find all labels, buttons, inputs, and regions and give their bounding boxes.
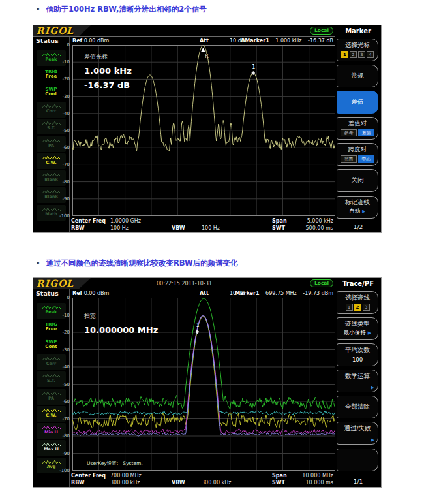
softkey-label: 迹线类型 [337,320,378,328]
rbw-value: 100 Hz [110,225,129,231]
y-axis-label: -30 [63,347,70,353]
att-label: Att [200,291,209,296]
menu-page-indicator: 1/1 [335,479,381,485]
softkey-chip: 3 [358,51,365,58]
spectrum-analyzer-screenshot-1: RIGOL Local Ref 0.00 dBm Att 10 dB ΔMark… [33,25,382,233]
marker-label: R [205,54,209,59]
marker-readout-freq: 699.75 MHz [265,291,297,296]
rbw-value: 300.00 kHz [110,480,140,486]
measurement-info-row: Ref 0.00 dBm Att 10 dB ΔMarker1 1.000 kH… [71,38,334,45]
y-axis-label: -20 [63,330,70,335]
softkey-chip: 差值 [358,129,374,136]
userkey-hint: UserKey设置: System, [87,460,143,467]
softkey-select-trace[interactable]: 选择迹线123 [337,291,378,314]
menu-page-indicator: 1/2 [335,224,381,230]
softkey-label: 全部清除 [337,396,378,417]
marker-readout-label: ΔMarker1 [241,38,269,44]
softkey-chip-row: 1234 [337,46,378,59]
y-axis-label: -70 [63,417,70,422]
swt-label: SWT [272,480,285,486]
span-annotation: 扫宽 10.000000 MHz [84,312,158,339]
ref-label: Ref [72,291,82,296]
marker-label: 1 [196,323,199,328]
swt-value: 10.000 ms [306,480,334,486]
logo-bar: RIGOL 00:22:15 2011-10-31 Local [33,278,335,289]
softkey-avg-count[interactable]: 平均次数100 [337,343,378,366]
center-freq-value: 1.0000 GHz [110,218,141,224]
bullet-item-2: •通过不同颜色的迹线清晰观察比较改变RBW后的频谱变化 [36,259,238,268]
vbw-value: 300.00 kHz [202,480,231,486]
y-axis-label: -20 [63,76,70,82]
status-title: Status [36,290,59,297]
softkey-label: 关闭 [337,170,378,191]
span-value: 5.000 kHz [307,218,333,224]
softkey-chip-row: 参考差值 [337,125,378,137]
softkey-clear-all[interactable]: 全部清除 [337,396,378,418]
marker-readout-freq: 1.000 kHz [275,38,301,44]
span-value: 10.000 MHz [302,473,333,479]
softkey-sub-value: 最小保持▶ [337,329,378,337]
spectrum-display: R1 差值光标 1.000 kHz -16.37 dB [72,45,335,216]
softkey-span-pair[interactable]: 跨度对范围中心 [337,143,378,166]
measurement-info-row: Ref 0.00 dBm Att 10 dB Marker1 699.75 MH… [71,291,334,298]
y-axis-label: 0 [67,42,70,48]
y-axis-labels: 0-10-20-30-40-50-60-70-80-90-100 [54,298,71,471]
analyzer-main-area: RIGOL 00:22:15 2011-10-31 Local Ref 0.00… [33,278,335,487]
y-axis-label: 0 [67,295,70,300]
bullet-dot: • [36,260,40,267]
marker-readout-label: Marker1 [235,291,259,296]
spectrum-analyzer-screenshot-2: RIGOL 00:22:15 2011-10-31 Local Ref 0.00… [33,277,382,488]
y-axis-label: -80 [63,433,70,439]
ref-label: Ref [72,38,82,44]
vbw-label: VBW [172,225,185,231]
softkey-trace-type[interactable]: 迹线类型最小保持▶ [337,317,378,340]
y-axis-label: -60 [63,145,70,150]
submenu-arrow-icon: ▶ [371,385,374,390]
softkey-math[interactable]: 数学运算▶ [337,370,378,392]
y-axis-label: -70 [63,162,70,167]
softkey-menu: Trace/PF 选择迹线123迹线类型最小保持▶平均次数100数学运算▶全部清… [335,278,381,487]
softkey-normal[interactable]: 常规 [337,65,378,87]
softkey-close[interactable]: 关闭 [337,169,378,192]
y-axis-label: -90 [63,197,70,202]
annotation-freq: 10.000000 MHz [84,325,158,335]
softkey-chip: 中心 [358,155,374,163]
bullet-dot: • [36,6,40,13]
sweep-settings-bar: Center Freq 700.00 MHz Span 10.000 MHz R… [33,472,335,487]
softkey-select-marker[interactable]: 选择光标1234 [337,39,378,61]
annotation-amp: -16.37 dB [84,80,132,90]
submenu-arrow-icon: ▶ [362,209,365,214]
swt-value: 500.00 ms [306,225,334,231]
softkey-delta[interactable]: 差值 [337,91,378,114]
sweep-settings-bar: Center Freq 1.0000 GHz Span 5.000 kHz RB… [33,217,335,232]
logo-bar: RIGOL Local [33,25,335,37]
y-axis-label: -90 [63,451,70,456]
softkey-chip: 参考 [341,129,357,136]
softkey-mark-trace[interactable]: 标记迹线自动▶ [337,196,378,219]
center-freq-value: 700.00 MHz [110,473,142,479]
local-badge: Local [310,27,333,35]
annotation-title: 扫宽 [84,312,158,321]
reference-marker-icon [201,48,205,52]
spectrum-display: 1 扫宽 10.000000 MHz UserKey设置: System, [72,298,335,471]
y-axis-label: -40 [63,364,70,370]
y-axis-label: -10 [63,313,70,318]
caption-text-1: 借助于100Hz RBW,清晰分辨出相邻的2个信号 [46,5,206,14]
softkey-pass-fail[interactable]: 通过/失败▶ [337,422,378,445]
softkey-delta-pair[interactable]: 差值对参考差值 [337,117,378,140]
y-axis-label: -50 [63,382,70,387]
y-axis-labels: 0-10-20-30-40-50-60-70-80-90-100 [54,45,71,216]
status-title: Status [36,37,59,44]
softkey-blank[interactable] [337,449,378,471]
softkey-chip-row: 范围中心 [337,151,378,163]
softkey-chip: 2 [350,51,357,58]
annotation-freq: 1.000 kHz [84,66,132,76]
ref-value: 0.00 dBm [84,38,110,44]
softkey-chip: 4 [367,51,374,58]
vbw-value: 100 Hz [202,225,220,231]
analyzer-main-area: RIGOL Local Ref 0.00 dBm Att 10 dB ΔMark… [33,25,335,232]
bullet-item-1: •借助于100Hz RBW,清晰分辨出相邻的2个信号 [36,5,207,14]
delta-marker-annotation: 差值光标 1.000 kHz -16.37 dB [84,53,132,90]
submenu-arrow-icon: ▶ [371,437,374,443]
softkey-label: 平均次数 [337,346,378,354]
